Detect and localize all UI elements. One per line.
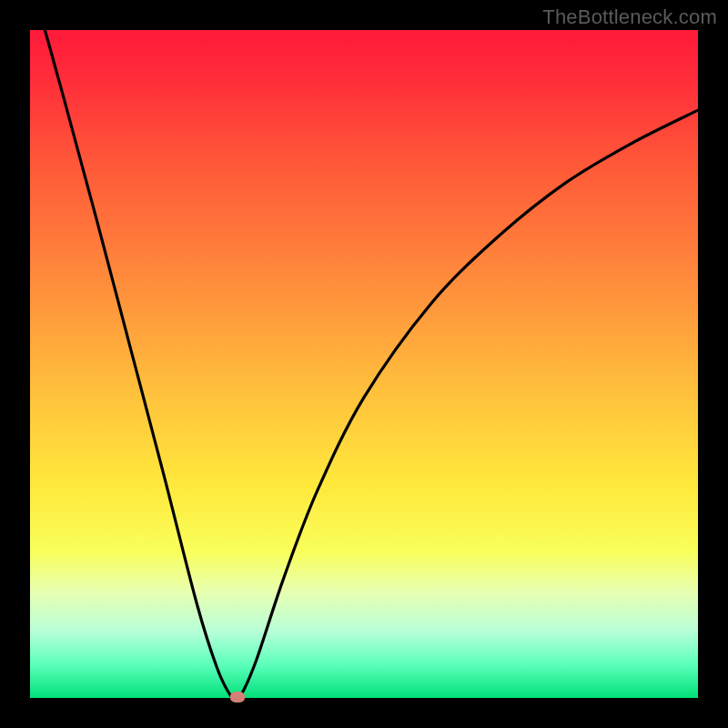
chart-plot-area [30,30,698,698]
watermark-text: TheBottleneck.com [542,5,717,29]
bottleneck-curve [30,30,698,698]
curve-minimum-marker [230,692,245,703]
